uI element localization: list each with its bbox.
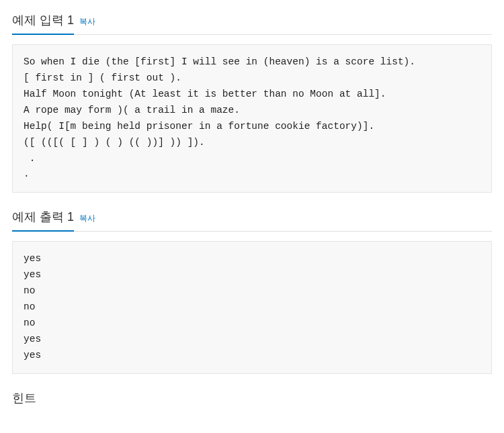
example-output-text: yes yes no no no yes yes xyxy=(24,253,41,360)
example-input-header: 예제 입력 1 복사 xyxy=(12,12,492,35)
example-input-title: 예제 입력 1 xyxy=(12,12,74,35)
example-output-block: yes yes no no no yes yes xyxy=(12,241,492,373)
example-output-header: 예제 출력 1 복사 xyxy=(12,209,492,232)
copy-input-link[interactable]: 복사 xyxy=(79,16,95,33)
example-output-title: 예제 출력 1 xyxy=(12,209,74,232)
example-input-block: So when I die (the [first] I will see in… xyxy=(12,44,492,193)
copy-output-link[interactable]: 복사 xyxy=(79,213,95,230)
hint-title: 힌트 xyxy=(12,390,492,410)
example-input-text: So when I die (the [first] I will see in… xyxy=(24,56,415,179)
